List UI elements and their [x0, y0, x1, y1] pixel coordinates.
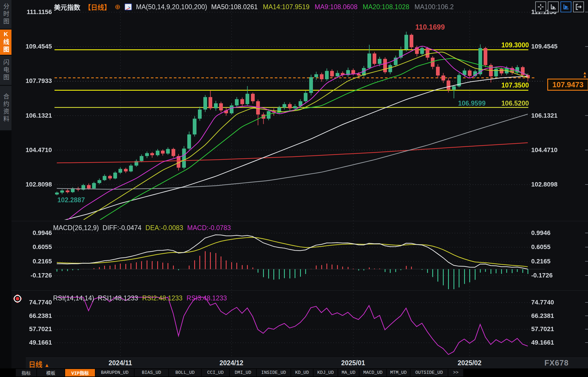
price-axis-left-label: 107.7933	[11, 77, 52, 85]
exit-right-icon[interactable]	[573, 1, 584, 12]
ma-value-3: MA9:108.0608	[315, 3, 358, 11]
date-axis-label-3: 2025/01	[341, 359, 365, 367]
sidebar-item-3[interactable]: 闪电图	[0, 56, 11, 86]
sidebar-item-label: 分时图	[0, 3, 11, 26]
swing-low-label: 106.9599	[458, 100, 486, 107]
ma-value-1: MA50:108.0261	[211, 3, 258, 11]
indicator-tabbar: 指标模板VIP指标BARUPDN_UDBIAS_UDBOLL_UDCCI_UDD…	[0, 368, 588, 377]
ma-legend: MA50:108.0261MA14:107.9519MA9:108.0608MA…	[211, 3, 454, 11]
macd-axis-right-label: -0.1726	[531, 272, 553, 279]
rsi-axis-right-label: 66.2381	[531, 312, 554, 320]
indicator-tab-11[interactable]: KDJ_UD	[314, 369, 338, 376]
macd-axis-left-label: 0.2165	[11, 258, 52, 265]
price-axis-left-label: 102.8098	[11, 181, 52, 188]
sidebar-item-label: 合约资料	[0, 93, 11, 123]
indicator-tab-16[interactable]: >>	[448, 369, 463, 376]
macd-axis-left-label: 0.9946	[11, 229, 52, 237]
price-axis-left-label: 104.4710	[11, 146, 52, 154]
rsi-axis-left-label: 49.1661	[11, 339, 52, 346]
symbol-name: 美元指数	[54, 2, 80, 12]
sidebar-item-label: 闪电图	[0, 59, 11, 81]
mini-chart-icon[interactable]	[124, 3, 132, 10]
price-axis-right-label: 102.8098	[531, 181, 558, 188]
rsi3-value: RSI3:48.1233	[186, 294, 227, 302]
price-axis-right-label: 109.4545	[531, 43, 558, 50]
sidebar-item-4[interactable]: 合约资料	[0, 86, 11, 131]
rsi-axis-right-label: 74.7740	[531, 299, 554, 306]
ma-value-5: MA100:106.2	[414, 3, 454, 11]
ma-title: MA(50,14,9,20,100,200)	[136, 3, 207, 11]
indicator-tab-13[interactable]: MACD_UD	[359, 369, 386, 376]
price-axis-right-label: 104.4710	[531, 146, 558, 154]
period-tag[interactable]: 【日线】	[84, 2, 111, 12]
price-axis-left-label: 111.1156	[11, 8, 52, 16]
trading-app: 分时图K线图闪电图合约资料 美元指数 【日线】 ⊕ MA(50,14,9,20,…	[0, 0, 588, 377]
rsi2-value: RSI2:48.1233	[142, 294, 183, 302]
level-label-107-35: 107.3500	[499, 81, 529, 89]
macd-axis-right-label: 0.6055	[531, 243, 550, 251]
current-price-box: 107.9473	[547, 79, 588, 91]
chart-main: 美元指数 【日线】 ⊕ MA(50,14,9,20,100,200) MA50:…	[11, 0, 588, 377]
macd-axis-left-label: 0.6055	[11, 243, 52, 251]
watermark: FX678	[544, 359, 569, 368]
tabbar-spacer	[0, 368, 16, 377]
indicator-tab-15[interactable]: OUTSIDE_UD	[410, 369, 448, 376]
level-label-109-30: 109.3000	[499, 41, 529, 49]
swing-high-label: 110.1699	[415, 23, 445, 31]
indicator-tab-1[interactable]: 指标	[16, 369, 36, 376]
macd-title: MACD(26,12,9) DIFF:-0.0474	[53, 224, 141, 232]
timeframe-selector[interactable]: 日线 ▲	[29, 359, 50, 369]
price-axis-left-label: 106.1321	[11, 112, 52, 119]
date-axis-label-2: 2024/12	[219, 359, 243, 367]
macd-axis-right-label: 0.2165	[531, 258, 550, 265]
plus-circle-icon[interactable]: ⊕	[115, 4, 120, 10]
rsi-axis-right-label: 57.7021	[531, 325, 554, 333]
indicator-tab-14[interactable]: MTM_UD	[387, 369, 410, 376]
pan-cross-icon[interactable]	[535, 1, 546, 12]
sidebar-item-1[interactable]: 分时图	[0, 0, 11, 30]
macd-axis-left-label: -0.1726	[11, 272, 52, 279]
rsi-header: RSI(14,14,14) RSI1:48.1233 RSI2:48.1233 …	[53, 294, 227, 302]
macd-axis-right-label: 0.9946	[531, 229, 550, 237]
indicator-tab-9[interactable]: INSIDE_UD	[257, 369, 291, 376]
start-low-label: 102.2887	[57, 196, 85, 204]
sidebar-item-label: K线图	[0, 31, 11, 54]
indicator-tab-6[interactable]: BOLL_UD	[169, 369, 201, 376]
indicator-tab-10[interactable]: KD_UD	[291, 369, 313, 376]
date-axis-label-4: 2025/02	[458, 359, 482, 367]
indicator-tab-5[interactable]: BIAS_UD	[135, 369, 168, 376]
rsi-axis-left-label: 74.7740	[11, 299, 52, 306]
rsi-axis-left-label: 57.7021	[11, 325, 52, 333]
rsi-axis-left-label: 66.2381	[11, 312, 52, 320]
indicator-tab-8[interactable]: DMI_UD	[230, 369, 256, 376]
ma-value-2: MA14:107.9519	[263, 3, 309, 11]
macd-header: MACD(26,12,9) DIFF:-0.0474 DEA:-0.0083 M…	[53, 224, 231, 232]
indicator-tab-12[interactable]: MA_UD	[338, 369, 359, 376]
rsi-axis-right-label: 49.1661	[531, 339, 554, 346]
indicator-tab-3[interactable]: VIP指标	[65, 369, 95, 376]
ma-value-4: MA20:108.1028	[363, 3, 409, 11]
sidebar-item-2[interactable]: K线图	[0, 30, 11, 56]
chart-header: 美元指数 【日线】 ⊕ MA(50,14,9,20,100,200) MA50:…	[54, 2, 454, 12]
price-up-arrows-icon: ▲▲	[581, 71, 588, 77]
sidebar: 分时图K线图闪电图合约资料	[0, 0, 11, 368]
indicator-tab-2[interactable]: 模板	[37, 369, 65, 376]
axis-play-icon[interactable]	[560, 1, 571, 12]
price-axis-left-label: 109.4545	[11, 43, 52, 50]
macd-dea-value: DEA:-0.0083	[145, 224, 183, 232]
macd-value: MACD:-0.0783	[187, 224, 231, 232]
date-axis-label-1: 2024/11	[108, 359, 132, 367]
chart-toolbar	[535, 1, 584, 12]
indicator-tab-7[interactable]: CCI_UD	[202, 369, 229, 376]
price-axis-right-label: 106.1321	[531, 112, 558, 119]
axis-scale-icon[interactable]	[548, 1, 559, 12]
level-label-106-52: 106.5200	[499, 100, 529, 107]
rsi-title: RSI(14,14,14) RSI1:48.1233	[53, 294, 138, 302]
chart-canvas[interactable]	[11, 0, 588, 377]
indicator-tab-4[interactable]: BARUPDN_UD	[96, 369, 134, 376]
